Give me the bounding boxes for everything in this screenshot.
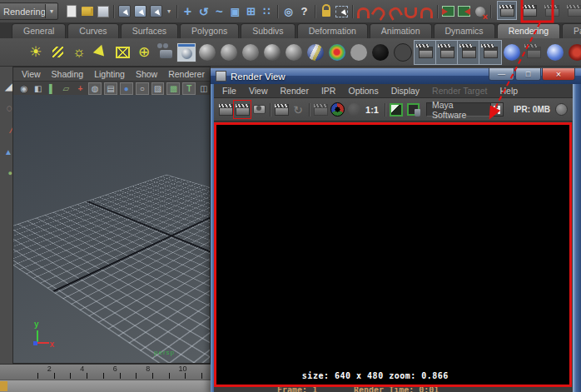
directional-light-button[interactable] — [47, 41, 68, 64]
phong-material-button[interactable] — [264, 44, 281, 61]
close-button[interactable]: × — [542, 68, 575, 81]
shelf-tab-dynamics[interactable]: Dynamics — [434, 23, 495, 38]
shelf-tab-subdivs[interactable]: Subdivs — [241, 23, 295, 38]
time-tick[interactable] — [96, 365, 112, 380]
lock-selection-button[interactable] — [318, 2, 334, 20]
area-light-button[interactable] — [112, 41, 133, 64]
lasso-tool-icon[interactable]: ◌ — [2, 100, 12, 117]
blinn-material-button[interactable] — [221, 44, 237, 61]
select-hierarchy-button[interactable] — [117, 2, 132, 20]
open-scene-button[interactable] — [79, 2, 95, 20]
shelf-tab-animation[interactable]: Animation — [370, 23, 432, 38]
snap-to-point-button[interactable] — [387, 2, 403, 20]
layered-shader-button[interactable] — [307, 44, 324, 61]
viewport-menu-view[interactable]: View — [22, 69, 41, 79]
render-globe-button[interactable] — [176, 42, 196, 62]
wireframe-icon[interactable]: ◍ — [88, 82, 102, 95]
shelf-tab-rendering[interactable]: Rendering — [497, 23, 560, 38]
time-tick[interactable] — [30, 365, 47, 380]
range-slider[interactable] — [0, 380, 211, 392]
menu-set-dropdown[interactable]: Rendering ▾ — [0, 2, 58, 20]
shelf-tab-polygons[interactable]: Polygons — [180, 23, 239, 38]
shading-map-button[interactable] — [350, 44, 367, 61]
save-scene-button[interactable] — [95, 2, 111, 20]
select-tool-icon[interactable]: ◢ — [2, 78, 12, 95]
snap-to-view-plane-button[interactable] — [419, 2, 435, 20]
batch-render-shelf-button[interactable] — [436, 41, 458, 64]
film-gate-icon[interactable]: ▤ — [104, 82, 117, 95]
render-settings-shelf-button[interactable] — [415, 41, 436, 64]
output-connections-button[interactable] — [456, 2, 472, 20]
grease-pencil-icon[interactable]: + — [74, 83, 86, 94]
paint-select-tool-icon[interactable]: ⁄ — [2, 122, 12, 138]
rotate-tool-icon[interactable]: ● — [2, 165, 12, 181]
selection-mask-dropdown[interactable]: ▾ — [164, 2, 174, 20]
time-tick[interactable]: 2 — [47, 365, 63, 380]
time-slider[interactable]: 246810 — [0, 364, 211, 380]
render-current-frame-button[interactable] — [234, 101, 251, 118]
render-view-shelf-button[interactable] — [479, 41, 501, 64]
refresh-ipr-button[interactable]: ↻ — [290, 101, 306, 118]
redo-previous-render-button[interactable] — [217, 101, 234, 118]
surface-shader-button[interactable] — [372, 44, 389, 61]
point-light-button[interactable]: ☼ — [68, 41, 90, 64]
render-canvas-area[interactable]: size: 640 x 480 zoom: 0.866 Frame: 1 Ren… — [214, 122, 573, 392]
render-view-menu-view[interactable]: View — [249, 86, 268, 96]
viewport-menu-shading[interactable]: Shading — [52, 69, 84, 79]
help-button[interactable]: ? — [296, 2, 312, 20]
points-tool-button[interactable]: ∷ — [259, 2, 275, 20]
region-render-shelf-button[interactable] — [458, 41, 479, 64]
time-tick[interactable] — [128, 365, 145, 380]
time-tick[interactable]: 10 — [178, 365, 195, 380]
bookmark-icon[interactable]: ▌ — [47, 83, 58, 94]
plane-tool-button[interactable]: ▣ — [227, 2, 243, 20]
snap-to-grid-button[interactable] — [355, 2, 371, 20]
render-settings-button[interactable] — [498, 2, 516, 19]
viewport-menu-show[interactable]: Show — [136, 69, 157, 79]
cube-view-icon[interactable]: ◫ — [198, 83, 210, 94]
render-view-menu-options[interactable]: Options — [348, 86, 378, 96]
construction-history-toggle-button[interactable] — [472, 2, 488, 20]
viewport-menu-lighting[interactable]: Lighting — [94, 69, 125, 79]
remove-image-button[interactable] — [405, 101, 421, 118]
render-view-menu-render[interactable]: Render — [281, 86, 309, 96]
render-view-menu-file[interactable]: File — [222, 86, 236, 96]
region-render-button[interactable] — [312, 101, 329, 118]
shelf-tab-surfaces[interactable]: Surfaces — [121, 23, 178, 38]
maximize-button[interactable]: □ — [515, 68, 541, 81]
ocean-shader-button[interactable] — [569, 44, 581, 61]
time-tick[interactable]: 6 — [112, 365, 129, 380]
camera-button[interactable] — [155, 41, 176, 64]
alpha-channel-button[interactable] — [345, 101, 362, 118]
use-background-button[interactable] — [394, 43, 412, 62]
move-tool-icon[interactable]: ▲ — [2, 143, 12, 160]
flat-shade-icon[interactable]: ○ — [136, 82, 149, 95]
curve-tool-button[interactable]: ~ — [211, 2, 227, 20]
volume-light-button[interactable]: ⊕ — [133, 41, 155, 64]
soft-select-button[interactable]: ◎ — [281, 2, 296, 20]
rendered-image-area[interactable]: size: 640 x 480 zoom: 0.866 — [214, 122, 572, 387]
smooth-shade-icon[interactable]: ● — [120, 82, 133, 95]
time-tick[interactable] — [161, 365, 178, 380]
ramp-shader-button[interactable] — [329, 44, 345, 61]
textured-view-icon[interactable]: T — [182, 82, 196, 95]
minimize-button[interactable]: — — [489, 68, 514, 81]
spot-light-button[interactable] — [90, 41, 112, 64]
rotate-tool-button[interactable]: ↺ — [196, 2, 211, 20]
chevron-down-icon[interactable]: ▾ — [45, 4, 57, 18]
time-tick[interactable]: 4 — [79, 365, 96, 380]
move-tool-button[interactable]: + — [180, 2, 196, 20]
select-object-button[interactable] — [132, 2, 148, 20]
cancel-batch-render-button[interactable] — [523, 41, 544, 64]
ambient-light-button[interactable]: ☀ — [25, 41, 47, 64]
lattice-tool-button[interactable]: ⊞ — [243, 2, 259, 20]
lighting-toggle-icon[interactable]: ▩ — [166, 82, 180, 95]
time-tick[interactable] — [62, 365, 79, 380]
viewport-menu-renderer[interactable]: Renderer — [168, 69, 205, 79]
camera-attributes-icon[interactable]: ◧ — [32, 83, 44, 94]
select-component-button[interactable] — [148, 2, 164, 20]
snap-to-projected-center-button[interactable] — [403, 2, 419, 20]
xray-icon[interactable]: ▨ — [151, 82, 165, 95]
render-view-menu-help[interactable]: Help — [499, 86, 518, 96]
real-size-button[interactable]: 1:1 — [362, 105, 382, 115]
